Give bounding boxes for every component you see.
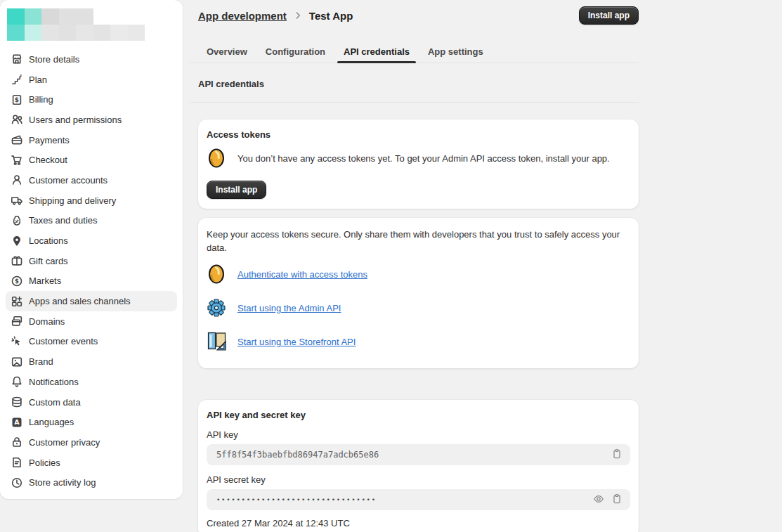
logo-pixel xyxy=(128,25,145,41)
logo-pixel xyxy=(41,8,59,25)
page-header: App development Test App Install app xyxy=(190,0,639,24)
page-title: Test App xyxy=(309,10,353,22)
sidebar-item-customer-accounts[interactable]: Customer accounts xyxy=(6,170,177,190)
payments-icon xyxy=(11,134,23,146)
markets-icon: $ xyxy=(11,275,23,287)
svg-text:$: $ xyxy=(15,96,19,103)
coin-icon xyxy=(207,148,226,169)
sidebar-item-taxes-and-duties[interactable]: Taxes and duties xyxy=(6,211,177,231)
logo-pixel xyxy=(41,25,59,41)
customer-events-icon xyxy=(11,335,23,348)
chevron-right-icon xyxy=(293,11,303,20)
install-app-button-card[interactable]: Install app xyxy=(207,181,266,199)
access-tokens-empty-text: You don’t have any access tokens yet. To… xyxy=(237,152,610,165)
svg-text:$: $ xyxy=(15,278,19,285)
api-key-card: API key and secret key API key 5ff8f54f3… xyxy=(198,400,639,532)
tab-overview[interactable]: Overview xyxy=(198,40,256,63)
locations-icon xyxy=(11,235,23,247)
users-icon xyxy=(11,113,23,126)
sidebar-item-billing[interactable]: $ Billing xyxy=(6,89,177,110)
logo-pixel xyxy=(7,8,25,25)
privacy-icon xyxy=(11,436,23,448)
svg-text:A: A xyxy=(14,418,20,426)
billing-icon: $ xyxy=(11,93,23,106)
main-content: App development Test App Install app Ove… xyxy=(190,0,639,532)
gift-cards-icon xyxy=(11,254,23,267)
copy-api-key-button[interactable] xyxy=(610,448,624,462)
doc-links: Authenticate with access tokens Start us… xyxy=(207,257,630,358)
api-secret-key-label: API secret key xyxy=(207,474,630,485)
shipping-icon xyxy=(11,194,23,207)
copy-secret-button[interactable] xyxy=(610,493,624,507)
sidebar-item-apps-and-sales-channels[interactable]: Apps and sales channels xyxy=(6,291,177,311)
brand-icon xyxy=(11,356,23,368)
api-key-label: API key xyxy=(207,429,630,440)
access-tokens-card: Access tokens You don’t have any access … xyxy=(198,119,639,209)
api-key-value: 5ff8f54f3baebfbd86947a7adcb65e86 xyxy=(216,450,606,460)
tab-app-settings[interactable]: App settings xyxy=(419,40,492,63)
sidebar-item-locations[interactable]: Locations xyxy=(6,231,177,251)
store-icon xyxy=(11,53,23,65)
custom-data-icon xyxy=(11,396,23,408)
doc-link-row: Start using the Storefront API xyxy=(207,325,630,358)
logo-pixel xyxy=(59,8,93,25)
created-timestamp: Created 27 Mar 2024 at 12:43 UTC xyxy=(207,518,630,528)
logo-pixel xyxy=(25,8,41,25)
sidebar-item-customer-events[interactable]: Customer events xyxy=(6,332,177,352)
api-secret-key-field: •••••••••••••••••••••••••••••••• xyxy=(207,489,630,510)
sidebar-item-users-and-permissions[interactable]: Users and permissions xyxy=(6,110,177,130)
storefront-docs-icon xyxy=(207,332,226,351)
logo-pixel xyxy=(25,25,41,41)
logo-pixel xyxy=(76,25,93,41)
sidebar-item-checkout[interactable]: Checkout xyxy=(6,150,177,170)
api-secret-key-masked-value: •••••••••••••••••••••••••••••••• xyxy=(216,496,587,503)
domains-icon xyxy=(11,315,23,327)
reveal-secret-button[interactable] xyxy=(592,493,606,507)
plan-icon xyxy=(11,73,23,86)
gear-icon xyxy=(207,299,226,317)
install-app-button-header[interactable]: Install app xyxy=(579,6,639,25)
customer-accounts-icon xyxy=(11,174,23,186)
doc-link-start-using-the-storefront-api[interactable]: Start using the Storefront API xyxy=(237,337,356,347)
checkout-icon xyxy=(11,154,23,167)
doc-link-row: Authenticate with access tokens xyxy=(207,257,630,291)
sidebar-item-notifications[interactable]: Notifications xyxy=(6,372,177,392)
logo-pixel xyxy=(59,25,76,41)
doc-link-start-using-the-admin-api[interactable]: Start using the Admin API xyxy=(237,303,341,313)
coin-icon xyxy=(207,264,226,285)
doc-link-authenticate-with-access-tokens[interactable]: Authenticate with access tokens xyxy=(237,269,367,280)
secure-tokens-card: Keep your access tokens secure. Only sha… xyxy=(198,218,639,368)
logo-pixel xyxy=(110,25,128,41)
eye-icon xyxy=(593,493,604,507)
sidebar-item-shipping-and-delivery[interactable]: Shipping and delivery xyxy=(6,190,177,211)
activity-log-icon xyxy=(11,476,23,489)
doc-link-row: Start using the Admin API xyxy=(207,291,630,325)
apps-icon xyxy=(11,295,23,308)
sidebar-item-gift-cards[interactable]: Gift cards xyxy=(6,251,177,271)
sidebar-item-store-activity-log[interactable]: Store activity log xyxy=(6,472,177,493)
sidebar-item-payments[interactable]: Payments xyxy=(6,130,177,150)
sidebar-item-customer-privacy[interactable]: Customer privacy xyxy=(6,432,177,453)
sidebar-item-custom-data[interactable]: Custom data xyxy=(6,392,177,413)
section-title: API credentials xyxy=(198,79,639,89)
sidebar-item-domains[interactable]: Domains xyxy=(6,311,177,332)
secure-tokens-text: Keep your access tokens secure. Only sha… xyxy=(207,228,630,254)
copy-icon xyxy=(611,493,623,507)
section-divider xyxy=(190,102,639,103)
tab-configuration[interactable]: Configuration xyxy=(257,40,334,63)
languages-icon: A xyxy=(11,416,23,429)
store-logo-pixelated xyxy=(7,8,183,41)
settings-sidebar: Store details Plan $ Billing Users and p… xyxy=(0,0,183,499)
breadcrumb-app-development-link[interactable]: App development xyxy=(198,10,287,22)
tab-bar: OverviewConfigurationAPI credentialsApp … xyxy=(190,40,639,63)
tab-api-credentials[interactable]: API credentials xyxy=(335,40,418,63)
sidebar-item-markets[interactable]: $ Markets xyxy=(6,271,177,292)
sidebar-item-plan[interactable]: Plan xyxy=(6,70,177,90)
api-key-card-title: API key and secret key xyxy=(207,410,630,420)
sidebar-item-policies[interactable]: Policies xyxy=(6,453,177,473)
sidebar-item-languages[interactable]: A Languages xyxy=(6,412,177,432)
settings-nav: Store details Plan $ Billing Users and p… xyxy=(0,49,183,493)
sidebar-item-brand[interactable]: Brand xyxy=(6,351,177,372)
copy-icon xyxy=(611,448,623,462)
sidebar-item-store-details[interactable]: Store details xyxy=(6,49,177,70)
